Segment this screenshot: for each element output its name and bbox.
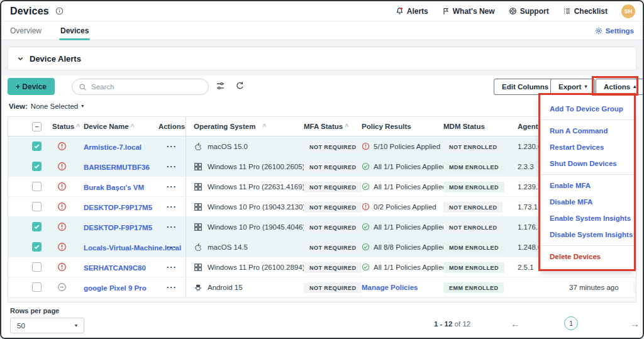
pagination-page-button[interactable]: 1 xyxy=(564,316,578,330)
policy-results-cell: 5/10 Policies Applied xyxy=(362,142,443,150)
device-alerts-panel[interactable]: Device Alerts xyxy=(8,47,636,70)
row-checkbox-cell xyxy=(8,282,50,292)
menu-item-run-a-command[interactable]: Run A Command xyxy=(541,123,633,139)
row-checkbox-cell xyxy=(8,222,50,231)
windows-icon xyxy=(194,162,203,171)
column-header-actions[interactable]: Actions xyxy=(158,123,186,130)
row-checkbox[interactable] xyxy=(32,222,42,231)
policy-results-cell[interactable]: Manage Policies xyxy=(362,284,443,291)
tab-devices[interactable]: Devices xyxy=(60,21,89,40)
row-status-cell xyxy=(50,202,84,211)
column-header-device-name[interactable]: Device Name^ xyxy=(84,123,158,130)
row-actions-button[interactable]: ··· xyxy=(158,202,186,211)
policy-results-text: 5/10 Policies Applied xyxy=(374,143,440,150)
edit-columns-button[interactable]: Edit Columns xyxy=(494,79,557,95)
actions-button[interactable]: Actions ▴ xyxy=(596,79,644,95)
menu-item-enable-mfa[interactable]: Enable MFA xyxy=(541,177,633,194)
menu-item-add-to-device-group[interactable]: Add To Device Group xyxy=(541,101,633,117)
os-label: Android 15 xyxy=(208,284,243,291)
device-name-link[interactable]: SERHATCAN9C80 xyxy=(84,264,146,272)
policy-results-cell: All 1/1 Policies Applied xyxy=(362,223,443,231)
status-dash-icon xyxy=(57,282,67,292)
settings-link[interactable]: Settings xyxy=(595,27,634,35)
row-checkbox[interactable] xyxy=(32,262,42,272)
topnav-whats-new[interactable]: What's New xyxy=(442,7,495,16)
row-actions-button[interactable]: ··· xyxy=(158,162,186,171)
menu-item-delete-devices[interactable]: Delete Devices xyxy=(541,248,633,265)
manage-policies-link[interactable]: Manage Policies xyxy=(362,284,418,291)
row-actions-button[interactable]: ··· xyxy=(158,182,186,191)
menu-item-restart-devices[interactable]: Restart Devices xyxy=(541,139,633,155)
topnav-checklist[interactable]: Checklist xyxy=(563,7,608,16)
row-actions-button[interactable]: ··· xyxy=(158,262,186,272)
operating-system-cell: Windows 10 Pro (19045.4046) xyxy=(186,217,304,236)
bell-icon xyxy=(396,7,404,15)
os-label: Windows 11 Pro (22631.4169) xyxy=(208,183,305,191)
mfa-status-cell: NOT REQUIRED xyxy=(304,241,362,253)
column-header-status[interactable]: Status^ xyxy=(50,123,84,130)
rows-per-page-label: Rows per page xyxy=(10,307,59,314)
gear-icon xyxy=(595,27,602,35)
menu-item-disable-system-insights[interactable]: Disable System Insights xyxy=(541,226,633,243)
column-header-operating-system[interactable]: Operating System^ xyxy=(186,117,304,136)
mfa-status-cell: NOT REQUIRED xyxy=(304,181,362,192)
row-actions-button[interactable]: ··· xyxy=(158,222,186,231)
row-checkbox[interactable] xyxy=(32,202,42,211)
device-name-cell: DESKTOP-F9P17M5 xyxy=(84,201,158,213)
row-actions-button[interactable]: ··· xyxy=(158,142,186,151)
chevron-down-icon xyxy=(17,55,24,62)
menu-item-enable-system-insights[interactable]: Enable System Insights xyxy=(541,210,633,226)
search-input[interactable] xyxy=(91,83,202,91)
topnav-support[interactable]: Support xyxy=(509,7,549,16)
mdm-status-cell: NOT ENROLLED xyxy=(443,201,508,213)
mfa-status-cell: NOT REQUIRED xyxy=(304,281,362,293)
refresh-icon[interactable] xyxy=(235,81,245,91)
os-label: Windows 11 Pro (26100.2894) xyxy=(208,264,305,271)
row-checkbox[interactable] xyxy=(32,142,42,151)
menu-item-shut-down-devices[interactable]: Shut Down Devices xyxy=(541,155,633,172)
filter-icon[interactable] xyxy=(216,81,225,91)
support-icon xyxy=(509,7,517,15)
select-all-checkbox-cell: – xyxy=(8,122,50,131)
device-name-link[interactable]: DESKTOP-F9P17M5 xyxy=(84,224,152,231)
device-name-cell: Armistice-7.local xyxy=(84,141,158,152)
rows-per-page-select[interactable]: 50 ▾ xyxy=(10,318,84,333)
page-title: Devices xyxy=(10,6,49,17)
column-header-mfa-status[interactable]: MFA Status^ xyxy=(304,123,362,130)
mfa-status-badge: NOT REQUIRED xyxy=(304,142,362,152)
device-name-link[interactable]: BARISERMUTBF36 xyxy=(84,164,150,171)
policy-results-cell: All 1/1 Policies Applied xyxy=(362,263,443,271)
row-checkbox[interactable] xyxy=(32,242,42,252)
device-name-link[interactable]: Burak Başcı's VM xyxy=(84,184,144,191)
pagination-prev-arrow[interactable]: ← xyxy=(511,318,520,329)
operating-system-cell: Windows 11 Pro (26100.2605) xyxy=(186,157,304,176)
policy-results-cell: All 1/1 Policies Applied xyxy=(362,162,443,170)
tab-overview[interactable]: Overview xyxy=(10,21,42,40)
device-name-link[interactable]: DESKTOP-F9P17M5 xyxy=(84,204,152,211)
row-checkbox[interactable] xyxy=(32,162,42,171)
menu-item-disable-mfa[interactable]: Disable MFA xyxy=(541,194,633,210)
topnav-alerts[interactable]: Alerts xyxy=(396,7,428,16)
export-button[interactable]: Export ▾ xyxy=(550,79,595,95)
extra-cell: D xyxy=(614,281,636,293)
apple-icon xyxy=(194,243,203,252)
pagination-range-numbers: 1 - 12 xyxy=(434,320,452,328)
mdm-status-cell: NOT ENROLLED xyxy=(443,221,508,233)
mfa-status-badge: NOT REQUIRED xyxy=(304,262,362,273)
row-actions-button[interactable]: ··· xyxy=(158,282,186,292)
select-all-checkbox[interactable]: – xyxy=(32,122,42,131)
column-header-mdm-status[interactable]: MDM Status xyxy=(443,123,508,130)
pagination-next-arrow[interactable]: → xyxy=(630,318,640,329)
view-selector[interactable]: View: None Selected ▾ xyxy=(9,103,84,110)
info-icon[interactable] xyxy=(55,7,64,15)
policy-results-text: All 8/8 Policies Applied xyxy=(374,243,447,251)
device-name-link[interactable]: google Pixel 9 Pro xyxy=(84,284,147,292)
add-device-button[interactable]: + Device xyxy=(8,78,55,95)
row-checkbox[interactable] xyxy=(32,182,42,191)
row-checkbox[interactable] xyxy=(32,282,42,292)
row-actions-button[interactable]: ··· xyxy=(158,242,186,252)
avatar[interactable]: SH xyxy=(621,4,635,18)
status-alert-icon xyxy=(57,142,67,151)
column-header-policy-results[interactable]: Policy Results xyxy=(362,123,443,130)
device-name-link[interactable]: Armistice-7.local xyxy=(84,143,142,151)
